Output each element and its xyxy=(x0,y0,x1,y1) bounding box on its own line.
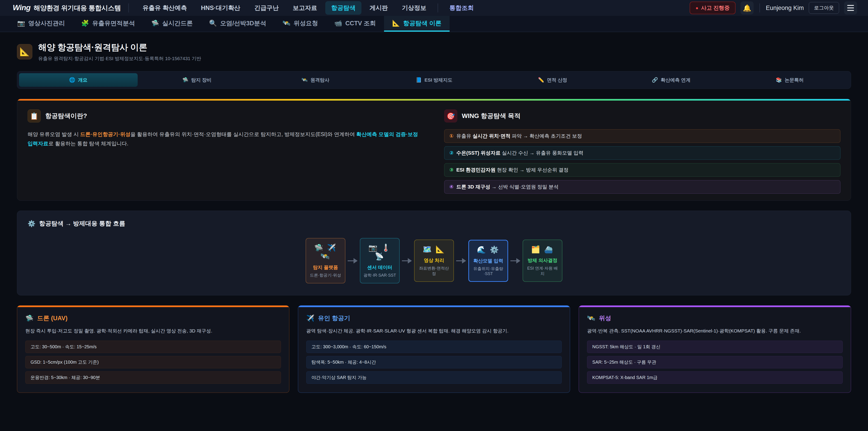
menu-button[interactable] xyxy=(844,1,857,14)
spec-row: 야간·악기상 SAR 탐지 가능 xyxy=(306,371,562,384)
goals-section: 🎯 WING 항공탐색 목적 ①유출유 실시간 위치·면적 파악 → 확산예측 … xyxy=(444,110,840,194)
tab-cctv[interactable]: 📹 CCTV 조회 xyxy=(326,16,384,32)
platform-icons: 🛸 ✈️ 🛰️ xyxy=(309,243,342,260)
nav-item-rescue[interactable]: 긴급구난 xyxy=(248,1,285,15)
card-title: 드론 (UAV) xyxy=(37,314,68,322)
flow-step-response-decision: 🗂️ ⛴️ 방제 의사결정 ESI 연계·자원 배치 xyxy=(523,240,562,282)
divider xyxy=(128,3,129,12)
satellite-icon: 🛰️ xyxy=(283,20,290,27)
logout-button[interactable]: 로그아웃 xyxy=(809,2,839,14)
pill-tab-area-calculation[interactable]: ✏️ 면적 산정 xyxy=(493,73,612,87)
flow-arrow-icon xyxy=(456,258,466,264)
goal-number: ④ xyxy=(450,184,454,190)
pill-label: 확산예측 연계 xyxy=(661,77,690,83)
goal-item-esi-resources: ③ESI 환경민감자원 현장 확인 → 방제 우선순위 결정 xyxy=(444,163,840,177)
puzzle-icon: 🧩 xyxy=(81,20,89,27)
flow-title-row: ⚙️ 항공탐색 → 방제대응 통합 흐름 xyxy=(28,219,840,227)
pencil-icon: ✏️ xyxy=(538,77,544,83)
app-logo[interactable]: Wing 해양환경 위기대응 통합시스템 xyxy=(13,3,121,13)
flow-card: ⚙️ 항공탐색 → 방제대응 통합 흐름 🛸 ✈️ 🛰️ 탐지 플랫폼 드론·항… xyxy=(17,211,851,296)
nav-item-board[interactable]: 게시판 xyxy=(364,1,394,15)
goal-item-sst-data: ②수온(SST) 위성자료 실시간 수신 → 유출유 풍화모델 입력 xyxy=(444,146,840,160)
step-title: 영상 처리 xyxy=(417,257,451,264)
pill-label: 면적 산정 xyxy=(547,77,567,83)
sensor-icons: 📷 🌡️ 📡 xyxy=(363,243,397,260)
pill-tab-esi-map[interactable]: 📘 ESI 방제지도 xyxy=(375,73,493,87)
pill-label: 원격탐사 xyxy=(310,77,329,83)
about-text: 해양 유류오염 발생 시 드론·유인항공기·위성을 활용하여 유출유의 위치·면… xyxy=(28,130,424,149)
goal-number: ③ xyxy=(450,167,454,173)
pill-tab-prediction-link[interactable]: 🔗 확산예측 연계 xyxy=(612,73,731,87)
goal-number: ① xyxy=(450,133,454,139)
card-description: 현장 즉시 투입·저고도 정밀 촬영. 광학·적외선 카메라 탑재, 실시간 영… xyxy=(25,327,281,335)
card-drone-uav: 🛸 드론 (UAV) 현장 즉시 투입·저고도 정밀 촬영. 광학·적외선 카메… xyxy=(17,305,289,393)
wave-gear-icons: 🌊 ⚙️ xyxy=(472,245,505,254)
about-section: 📋 항공탐색이란? 해양 유류오염 발생 시 드론·유인항공기·위성을 활용하여… xyxy=(28,110,424,194)
flow-arrow-icon xyxy=(402,258,412,264)
bell-icon: 🔔 xyxy=(743,4,751,12)
user-name: Eunjeong Kim xyxy=(766,4,804,11)
nav-item-reports[interactable]: 보고자료 xyxy=(287,1,323,15)
tab-label: 유출유면적분석 xyxy=(92,19,135,27)
card-title: 위성 xyxy=(599,314,611,322)
platform-cards: 🛸 드론 (UAV) 현장 즉시 투입·저고도 정밀 촬영. 광학·적외선 카메… xyxy=(17,305,851,393)
main-nav: 유출유 확산예측 HNS·대기확산 긴급구난 보고자료 항공탐색 게시판 기상정… xyxy=(136,1,480,15)
drone-icon: 🛸 xyxy=(151,20,159,27)
spec-row: SAR: 5~25m 해상도 · 구름 무관 xyxy=(587,356,843,368)
highlight-platforms: 드론·유인항공기·위성 xyxy=(80,131,130,137)
tab-label: CCTV 조회 xyxy=(345,19,376,27)
tab-realtime-drone[interactable]: 🛸 실시간드론 xyxy=(143,16,201,32)
gear-icon: ⚙️ xyxy=(28,220,35,227)
incident-status-badge[interactable]: ● 사고 진행중 xyxy=(690,2,736,14)
flow-step-image-processing: 🗺️ 📐 영상 처리 좌표변환·면적산정 xyxy=(414,240,454,282)
goal-list: ①유출유 실시간 위치·면적 파악 → 확산예측 초기조건 보정 ②수온(SST… xyxy=(444,129,840,194)
clipboard-icon: 📋 xyxy=(28,110,41,123)
tab-satellite-request[interactable]: 🛰️ 위성요청 xyxy=(274,16,326,32)
pill-tab-overview[interactable]: 🌐 개요 xyxy=(19,73,138,87)
nav-item-aerial-search[interactable]: 항공탐색 xyxy=(325,1,362,15)
status-badge-label: 사고 진행중 xyxy=(701,4,730,11)
step-subtitle: 드론·항공기·위성 xyxy=(309,273,342,278)
card-header: ✈️ 유인 항공기 xyxy=(306,314,562,322)
tab-pollution-ship-3d[interactable]: 🔍 오염/선박3D분석 xyxy=(201,16,274,32)
pill-label: 개요 xyxy=(78,77,88,83)
step-subtitle: 유출위치·유출량·SST xyxy=(472,266,505,276)
page-title: 해양 항공탐색·원격탐사 이론 xyxy=(38,41,201,53)
tab-label: 실시간드론 xyxy=(162,19,193,27)
video-camera-icon: 📹 xyxy=(334,20,342,27)
goal-number: ② xyxy=(450,150,454,156)
header-right: ● 사고 진행중 🔔 Eunjeong Kim 로그아웃 xyxy=(690,1,857,14)
pill-tab-remote-sensing[interactable]: 🛰️ 원격탐사 xyxy=(256,73,375,87)
main-content: 📐 해양 항공탐색·원격탐사 이론 유출유 원격탐지·항공감시 기법·ESI 방… xyxy=(0,32,868,393)
app-title: 해양환경 위기대응 통합시스템 xyxy=(34,4,121,13)
nav-item-oil-spread[interactable]: 유출유 확산예측 xyxy=(136,1,193,15)
step-subtitle: 광학·IR·SAR·SST xyxy=(363,273,397,278)
brand-mark: Wing xyxy=(13,3,31,12)
divider xyxy=(760,3,760,12)
drone-icon: 🛸 xyxy=(25,314,33,322)
flow-arrow-icon xyxy=(510,258,520,264)
target-icon: 🎯 xyxy=(444,110,457,123)
satellite-icon: 🛰️ xyxy=(302,77,308,83)
book-icon: 📘 xyxy=(415,77,422,83)
airplane-icon: ✈️ xyxy=(306,314,314,322)
spec-row: 탐색폭: 5~50km · 체공: 4~8시간 xyxy=(306,356,562,368)
nav-item-weather[interactable]: 기상정보 xyxy=(396,1,432,15)
card-title: 유인 항공기 xyxy=(318,314,350,322)
flow-step-sensor-data: 📷 🌡️ 📡 센서 데이터 광학·IR·SAR·SST xyxy=(360,238,400,283)
goal-item-position-area: ①유출유 실시간 위치·면적 파악 → 확산예측 초기조건 보정 xyxy=(444,129,840,143)
flow-steps: 🛸 ✈️ 🛰️ 탐지 플랫폼 드론·항공기·위성 📷 🌡️ 📡 센서 데이터 광… xyxy=(28,238,840,283)
step-title: 탐지 플랫폼 xyxy=(309,264,342,271)
nav-item-hns[interactable]: HNS·대기확산 xyxy=(195,1,246,15)
status-dot-icon: ● xyxy=(695,5,698,11)
pill-tab-detection-equipment[interactable]: 🛸 탐지 장비 xyxy=(138,73,256,87)
nav-item-integrated-search[interactable]: 통합조회 xyxy=(443,1,480,15)
camera-icon: 📷 xyxy=(17,20,25,27)
tab-aerial-search-theory[interactable]: 📐 항공탐색 이론 xyxy=(384,16,450,32)
tab-oil-area-analysis[interactable]: 🧩 유출유면적분석 xyxy=(73,16,143,32)
flow-arrow-icon xyxy=(348,258,358,264)
pill-tab-papers-patents[interactable]: 📚 논문특허 xyxy=(730,73,849,87)
notification-bell-button[interactable]: 🔔 xyxy=(741,1,754,14)
step-subtitle: ESI 연계·자원 배치 xyxy=(526,266,559,276)
tab-image-photo-management[interactable]: 📷 영상사진관리 xyxy=(9,16,73,32)
